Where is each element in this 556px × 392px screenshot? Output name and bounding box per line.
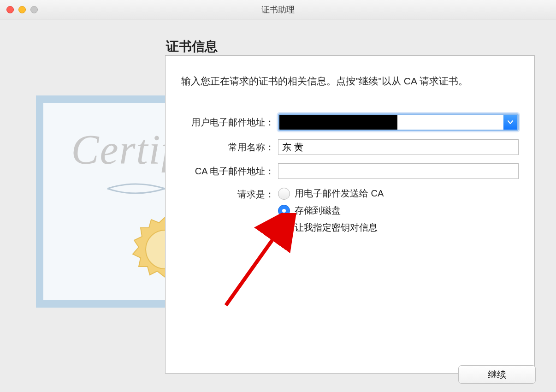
option-send-email-label: 用电子邮件发送给 CA <box>295 187 384 200</box>
radio-icon[interactable] <box>278 188 290 200</box>
email-input-blank[interactable] <box>397 115 503 130</box>
continue-button[interactable]: 继续 <box>458 365 536 384</box>
window-controls <box>6 6 38 13</box>
close-icon[interactable] <box>6 6 14 13</box>
ca-email-label: CA 电子邮件地址： <box>181 165 278 178</box>
radio-icon[interactable] <box>278 205 290 217</box>
email-input-value[interactable] <box>279 115 397 130</box>
request-type-row: 请求是： 用电子邮件发送给 CA 存储到磁盘 让我指定密钥对信息 <box>181 187 519 234</box>
common-name-label: 常用名称： <box>181 141 278 154</box>
option-specify-keypair-label: 让我指定密钥对信息 <box>295 221 378 234</box>
ca-email-row: CA 电子邮件地址： <box>181 163 519 179</box>
email-label: 用户电子邮件地址： <box>181 116 278 129</box>
form-panel: 输入您正在请求的证书的相关信息。点按"继续"以从 CA 请求证书。 用户电子邮件… <box>165 55 535 374</box>
option-save-disk-label: 存储到磁盘 <box>295 204 341 217</box>
content-area: Certificate 证书信息 输入您正在请求的证书的相关信息。点按"继续"以… <box>0 19 556 392</box>
option-send-email[interactable]: 用电子邮件发送给 CA <box>278 187 519 200</box>
panel-heading: 证书信息 <box>166 38 218 55</box>
chevron-down-icon <box>507 120 514 125</box>
intro-text: 输入您正在请求的证书的相关信息。点按"继续"以从 CA 请求证书。 <box>181 74 519 88</box>
titlebar: 证书助理 <box>0 0 556 19</box>
ca-email-input[interactable] <box>278 163 519 179</box>
request-type-options: 用电子邮件发送给 CA 存储到磁盘 让我指定密钥对信息 <box>278 187 519 234</box>
combobox-dropdown-button[interactable] <box>503 115 517 130</box>
email-row: 用户电子邮件地址： <box>181 113 519 131</box>
minimize-icon[interactable] <box>18 6 26 13</box>
continue-button-label: 继续 <box>488 368 506 381</box>
email-combobox[interactable] <box>278 113 519 131</box>
checkbox-icon[interactable] <box>278 222 290 234</box>
option-specify-keypair[interactable]: 让我指定密钥对信息 <box>278 221 519 234</box>
common-name-row: 常用名称： <box>181 139 519 155</box>
request-type-label: 请求是： <box>181 187 278 201</box>
maximize-icon <box>30 6 38 13</box>
common-name-input[interactable] <box>278 139 519 155</box>
option-save-disk[interactable]: 存储到磁盘 <box>278 204 519 217</box>
window-title: 证书助理 <box>6 4 550 15</box>
